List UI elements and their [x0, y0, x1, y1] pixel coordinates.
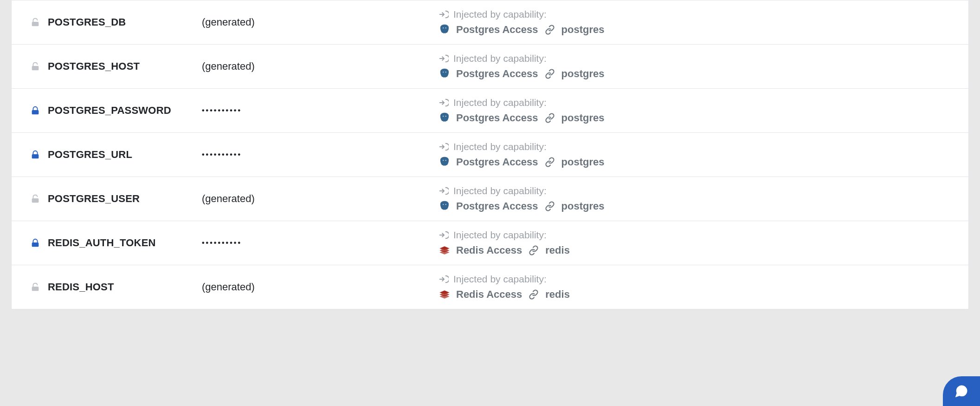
- postgres-icon: [438, 200, 451, 212]
- injected-by-label: Injected by capability:: [453, 229, 547, 241]
- svg-rect-0: [32, 22, 39, 26]
- env-var-key: REDIS_HOST: [48, 281, 114, 293]
- env-var-value: ••••••••••: [202, 106, 438, 115]
- env-var-key: POSTGRES_USER: [48, 193, 140, 205]
- postgres-icon: [438, 68, 451, 80]
- capability-service-name[interactable]: postgres: [561, 200, 605, 212]
- svg-point-19: [445, 160, 446, 161]
- env-var-key: POSTGRES_HOST: [48, 60, 140, 72]
- svg-rect-26: [32, 287, 39, 291]
- env-var-capability: Injected by capability: Postgres Access …: [438, 9, 968, 36]
- capability-service-name[interactable]: redis: [545, 288, 570, 301]
- injected-by-label: Injected by capability:: [453, 141, 547, 152]
- svg-point-3: [443, 28, 444, 28]
- svg-rect-5: [32, 66, 39, 70]
- env-vars-table: POSTGRES_DB (generated) Injected by capa…: [11, 0, 969, 309]
- env-var-key: POSTGRES_DB: [48, 16, 126, 28]
- postgres-icon: [438, 112, 451, 124]
- env-var-row[interactable]: REDIS_AUTH_TOKEN •••••••••• Injected by …: [12, 221, 968, 265]
- arrow-in-icon: [438, 230, 449, 240]
- env-var-row[interactable]: REDIS_HOST (generated) Injected by capab…: [12, 265, 968, 309]
- capability-access-label[interactable]: Redis Access: [456, 288, 522, 301]
- env-var-row[interactable]: POSTGRES_HOST (generated) Injected by ca…: [12, 45, 968, 89]
- lock-closed-icon: [30, 105, 40, 117]
- arrow-in-icon: [438, 274, 449, 284]
- env-var-row[interactable]: POSTGRES_USER (generated) Injected by ca…: [12, 177, 968, 221]
- capability-service-name[interactable]: postgres: [561, 68, 605, 80]
- env-var-row[interactable]: POSTGRES_DB (generated) Injected by capa…: [12, 0, 968, 45]
- env-var-row[interactable]: POSTGRES_URL •••••••••• Injected by capa…: [12, 133, 968, 177]
- link-icon: [529, 245, 539, 255]
- capability-service-name[interactable]: postgres: [561, 112, 605, 124]
- lock-closed-icon: [30, 237, 40, 249]
- svg-point-24: [445, 204, 446, 205]
- svg-rect-25: [32, 242, 39, 247]
- arrow-in-icon: [438, 53, 449, 64]
- postgres-icon: [438, 156, 451, 168]
- arrow-in-icon: [438, 9, 449, 20]
- env-var-key-cell: POSTGRES_DB: [12, 16, 202, 28]
- lock-open-icon: [30, 60, 40, 72]
- svg-point-4: [445, 28, 446, 28]
- injected-by-label: Injected by capability:: [453, 185, 547, 196]
- redis-icon: [438, 244, 451, 256]
- svg-point-23: [443, 204, 444, 205]
- svg-rect-10: [32, 110, 39, 114]
- env-var-key-cell: POSTGRES_PASSWORD: [12, 105, 202, 117]
- env-var-key-cell: REDIS_AUTH_TOKEN: [12, 237, 202, 249]
- lock-closed-icon: [30, 149, 40, 161]
- link-icon: [545, 157, 555, 167]
- env-var-key: POSTGRES_URL: [48, 149, 132, 161]
- env-var-value: (generated): [202, 281, 438, 293]
- arrow-in-icon: [438, 142, 449, 152]
- svg-rect-15: [32, 154, 39, 158]
- capability-access-label[interactable]: Postgres Access: [456, 112, 538, 124]
- env-var-capability: Injected by capability: Redis Access red…: [438, 274, 968, 301]
- env-var-value: ••••••••••: [202, 239, 438, 247]
- svg-point-18: [443, 160, 444, 161]
- env-var-value: (generated): [202, 193, 438, 205]
- svg-point-14: [445, 116, 446, 117]
- env-var-row[interactable]: POSTGRES_PASSWORD •••••••••• Injected by…: [12, 89, 968, 133]
- env-var-capability: Injected by capability: Redis Access red…: [438, 229, 968, 256]
- svg-point-13: [443, 116, 444, 117]
- env-var-value: ••••••••••: [202, 151, 438, 159]
- capability-access-label[interactable]: Redis Access: [456, 244, 522, 256]
- capability-service-name[interactable]: postgres: [561, 156, 605, 168]
- env-var-capability: Injected by capability: Postgres Access …: [438, 185, 968, 212]
- env-var-key-cell: POSTGRES_URL: [12, 149, 202, 161]
- capability-service-name[interactable]: redis: [545, 244, 570, 256]
- link-icon: [545, 69, 555, 79]
- lock-open-icon: [30, 16, 40, 28]
- injected-by-label: Injected by capability:: [453, 97, 547, 108]
- injected-by-label: Injected by capability:: [453, 53, 547, 64]
- svg-point-9: [445, 72, 446, 72]
- arrow-in-icon: [438, 186, 449, 196]
- postgres-icon: [438, 24, 451, 36]
- injected-by-label: Injected by capability:: [453, 274, 547, 285]
- env-var-key-cell: REDIS_HOST: [12, 281, 202, 293]
- lock-open-icon: [30, 281, 40, 293]
- svg-rect-20: [32, 198, 39, 203]
- env-var-value: (generated): [202, 16, 438, 28]
- env-var-key: POSTGRES_PASSWORD: [48, 105, 171, 117]
- link-icon: [545, 25, 555, 35]
- env-var-capability: Injected by capability: Postgres Access …: [438, 141, 968, 168]
- env-var-key: REDIS_AUTH_TOKEN: [48, 237, 156, 249]
- capability-access-label[interactable]: Postgres Access: [456, 156, 538, 168]
- capability-access-label[interactable]: Postgres Access: [456, 24, 538, 36]
- link-icon: [545, 201, 555, 211]
- capability-service-name[interactable]: postgres: [561, 24, 605, 36]
- redis-icon: [438, 288, 451, 301]
- arrow-in-icon: [438, 98, 449, 108]
- link-icon: [545, 113, 555, 123]
- injected-by-label: Injected by capability:: [453, 9, 547, 20]
- svg-point-8: [443, 72, 444, 72]
- link-icon: [529, 289, 539, 300]
- lock-open-icon: [30, 193, 40, 205]
- capability-access-label[interactable]: Postgres Access: [456, 68, 538, 80]
- env-var-value: (generated): [202, 60, 438, 72]
- env-var-key-cell: POSTGRES_USER: [12, 193, 202, 205]
- env-var-capability: Injected by capability: Postgres Access …: [438, 97, 968, 124]
- capability-access-label[interactable]: Postgres Access: [456, 200, 538, 212]
